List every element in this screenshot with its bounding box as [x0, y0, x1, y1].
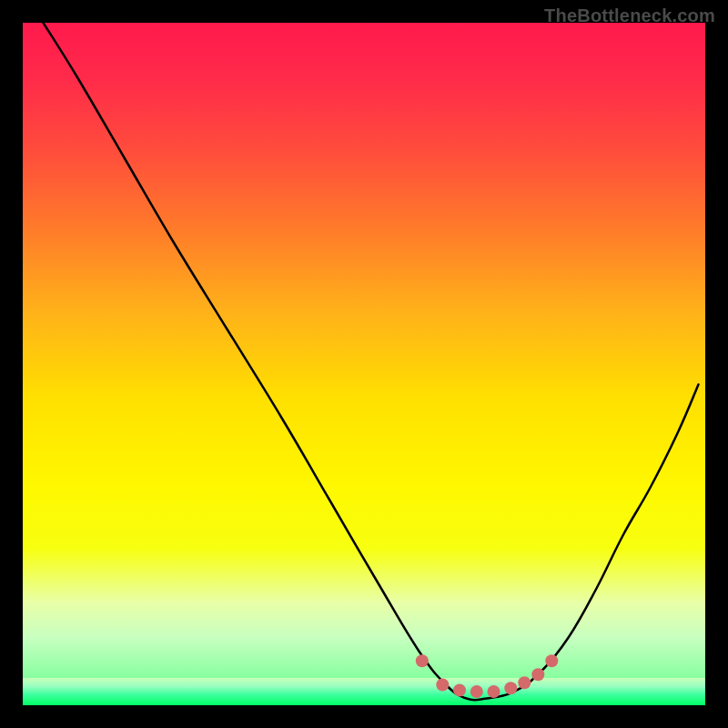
marker-dot [470, 685, 483, 698]
marker-dot [416, 654, 429, 667]
marker-dot [488, 685, 500, 698]
chart-overlay [23, 23, 705, 705]
marker-dot [531, 668, 544, 681]
marker-dot [436, 679, 449, 692]
marker-dot [545, 654, 558, 667]
marker-dot [453, 684, 466, 697]
chart-frame: TheBottleneck.com [0, 0, 728, 728]
marker-dot [504, 682, 517, 694]
bottleneck-curve [44, 23, 699, 700]
marker-dot [518, 676, 531, 689]
plot-area [23, 23, 705, 705]
